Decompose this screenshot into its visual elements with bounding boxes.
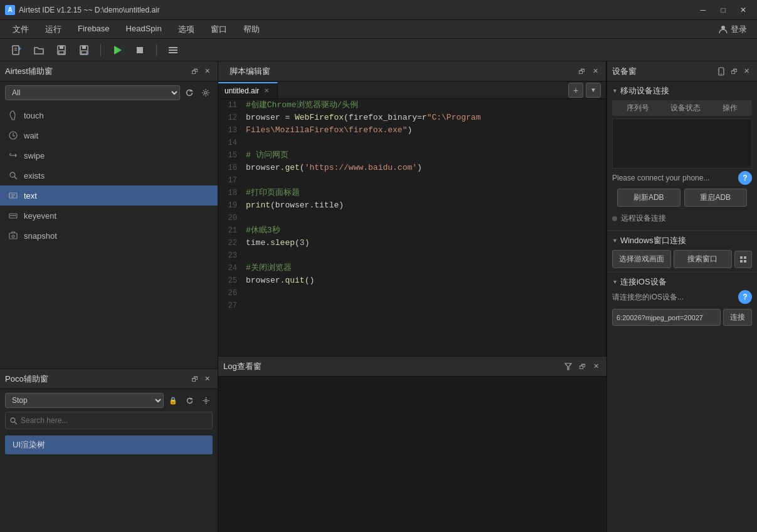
device-icon	[717, 67, 726, 76]
minimize-button[interactable]: ─	[694, 4, 712, 16]
svg-point-36	[11, 418, 15, 422]
ios-address-input[interactable]	[612, 309, 721, 326]
airtest-close-button[interactable]: ✕	[201, 66, 213, 77]
settings-icon	[201, 88, 210, 97]
maximize-button[interactable]: □	[714, 4, 732, 16]
code-line-20: 20	[218, 212, 606, 224]
svg-marker-22	[15, 154, 17, 157]
col-serial: 序列号	[612, 100, 664, 116]
api-item-keyevent[interactable]: keyevent	[0, 206, 218, 226]
api-item-wait[interactable]: wait	[0, 125, 218, 145]
search-window-button[interactable]: 搜索窗口	[674, 250, 733, 268]
windows-triangle-icon: ▼	[612, 237, 618, 244]
svg-point-33	[12, 235, 14, 237]
airtest-restore-button[interactable]: 🗗	[189, 66, 200, 77]
titlebar: A Airtest IDE v1.2.15 ~~ D:\demo\untitle…	[0, 0, 757, 20]
poco-close-button[interactable]: ✕	[201, 373, 213, 385]
stop-button[interactable]	[131, 41, 149, 59]
toolbar-separator-1	[100, 44, 101, 56]
adb-buttons-row: 刷新ADB 重启ADB	[612, 185, 752, 211]
menu-firebase[interactable]: Firebase	[70, 21, 117, 38]
api-item-snapshot[interactable]: snapshot	[0, 226, 218, 246]
titlebar-left: A Airtest IDE v1.2.15 ~~ D:\demo\untitle…	[5, 5, 160, 15]
svg-rect-16	[169, 52, 177, 53]
svg-rect-42	[744, 256, 746, 259]
api-item-touch[interactable]: touch	[0, 105, 218, 125]
svg-rect-43	[740, 260, 743, 263]
editor-tab-untitled[interactable]: untitled.air ✕	[218, 82, 278, 98]
log-button[interactable]	[164, 41, 182, 59]
ui-tree-item[interactable]: UI渲染树	[5, 436, 213, 454]
device-icon-button[interactable]	[716, 66, 727, 77]
airtest-refresh-button[interactable]	[183, 86, 196, 100]
run-button[interactable]	[109, 41, 126, 59]
api-item-text[interactable]: text	[0, 185, 218, 206]
login-button[interactable]: 登录	[713, 22, 752, 37]
exists-icon	[8, 170, 19, 181]
swipe-label: swipe	[24, 151, 45, 160]
menu-items: 文件 运行 Firebase HeadSpin 选项 窗口 帮助	[5, 21, 267, 38]
search-container	[0, 412, 218, 433]
poco-device-select[interactable]: Stop	[5, 393, 164, 408]
restart-adb-button[interactable]: 重启ADB	[684, 189, 748, 207]
airtest-filter-select[interactable]: All	[5, 85, 180, 100]
ios-section: ▼ 连接iOS设备 请连接您的iOS设备... ? 连接	[607, 272, 757, 330]
tab-close-button[interactable]: ✕	[262, 86, 271, 95]
windows-grid-button[interactable]	[734, 251, 752, 268]
text-api-icon	[8, 190, 19, 201]
device-table-header: 序列号 设备状态 操作	[612, 100, 752, 116]
col-status: 设备状态	[664, 100, 707, 116]
menu-file[interactable]: 文件	[5, 21, 36, 38]
ios-help-button[interactable]: ?	[738, 290, 752, 304]
code-line-16: 16 browser.get('https://www.baidu.com')	[218, 162, 606, 174]
menu-options[interactable]: 选项	[171, 21, 202, 38]
poco-restore-button[interactable]: 🗗	[189, 373, 200, 385]
poco-settings-icon	[202, 397, 210, 405]
device-close-button[interactable]: ✕	[741, 66, 752, 77]
poco-refresh-button[interactable]	[183, 394, 196, 407]
editor-header-buttons: 🗗 ✕	[576, 66, 601, 77]
tab-menu-button[interactable]: ▼	[586, 83, 601, 98]
menu-run[interactable]: 运行	[38, 21, 69, 38]
airtest-settings-button[interactable]	[199, 86, 213, 100]
menubar-right: 登录	[713, 22, 752, 37]
mobile-help-button[interactable]: ?	[738, 171, 752, 185]
refresh-adb-button[interactable]: 刷新ADB	[617, 189, 680, 207]
api-item-swipe[interactable]: swipe	[0, 145, 218, 165]
swipe-icon	[8, 150, 19, 161]
log-filter-button[interactable]	[563, 361, 574, 372]
log-close-button[interactable]: ✕	[590, 361, 601, 372]
code-line-22: 22 time.sleep(3)	[218, 237, 606, 249]
editor-panel-title: 脚本编辑窗	[223, 66, 277, 77]
menu-headspin[interactable]: HeadSpin	[119, 21, 169, 38]
menu-window[interactable]: 窗口	[203, 21, 235, 38]
text-label: text	[24, 191, 37, 201]
poco-panel-title: Poco辅助窗	[5, 373, 48, 385]
poco-settings-button[interactable]	[199, 394, 213, 407]
close-button[interactable]: ✕	[734, 4, 752, 16]
ios-connect-button[interactable]: 连接	[723, 309, 752, 326]
svg-text:+: +	[18, 46, 21, 52]
code-line-11: 11 #创建Chrome浏览器驱动/头例	[218, 99, 606, 112]
windows-buttons-row: 选择游戏画面 搜索窗口	[612, 250, 752, 268]
open-file-button[interactable]	[30, 41, 48, 59]
api-item-exists[interactable]: exists	[0, 165, 218, 185]
log-restore-button[interactable]: 🗗	[576, 361, 588, 372]
editor-restore-button[interactable]: 🗗	[576, 66, 587, 77]
save-as-button[interactable]: +	[75, 41, 93, 59]
search-input[interactable]	[21, 414, 208, 427]
select-game-button[interactable]: 选择游戏画面	[612, 250, 671, 268]
new-file-button[interactable]: +	[8, 41, 25, 59]
device-restore-button[interactable]: 🗗	[728, 66, 739, 77]
editor-header: 脚本编辑窗 🗗 ✕	[218, 61, 606, 81]
save-button[interactable]	[53, 41, 70, 59]
add-tab-button[interactable]: +	[568, 83, 583, 98]
run-icon	[112, 44, 123, 56]
code-line-13: 13 Files\MozillaFirefox\firefox.exe")	[218, 124, 606, 137]
code-editor[interactable]: 11 #创建Chrome浏览器驱动/头例 12 browser = WebFir…	[218, 99, 606, 356]
menu-help[interactable]: 帮助	[236, 21, 267, 38]
editor-close-button[interactable]: ✕	[590, 66, 601, 77]
code-line-24: 24 #关闭浏览器	[218, 262, 606, 274]
device-header-buttons: 🗗 ✕	[716, 66, 752, 77]
poco-lock-button[interactable]: 🔒	[166, 394, 180, 407]
